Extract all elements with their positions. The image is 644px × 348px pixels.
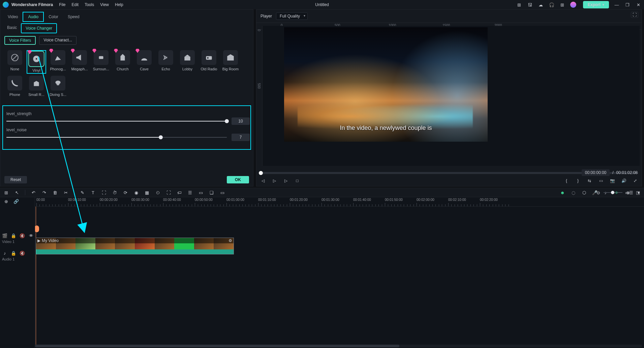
tag-icon[interactable]: 🏷 xyxy=(177,190,182,195)
timeline-body[interactable]: ▶My Video⚙ xyxy=(35,207,644,345)
filter-old-radio[interactable]: Old Radio xyxy=(199,50,219,74)
filter-phonograph[interactable]: Phonog... xyxy=(48,50,68,74)
menu-help[interactable]: Help xyxy=(115,2,123,7)
slider-level-noise[interactable]: level_noise 7 xyxy=(6,128,247,138)
filter-small-room[interactable]: Small R... xyxy=(27,76,46,97)
timer-icon[interactable]: ⏲ xyxy=(155,190,160,195)
crop-tool-icon[interactable]: ⛶ xyxy=(101,190,106,195)
next-frame-icon[interactable]: ▷ xyxy=(283,178,289,184)
list-view-icon[interactable]: ☰ xyxy=(628,190,634,195)
lock-icon[interactable]: 🔒 xyxy=(11,250,16,256)
player-viewport[interactable]: In the video, a newlywed couple is xyxy=(263,26,640,166)
window-minimize-icon[interactable]: — xyxy=(614,2,620,7)
timeline-ruler[interactable]: 00:0000:00:10:0000:00:20:0000:00:30:0000… xyxy=(35,197,644,207)
filter-diving-suit[interactable]: Diving S... xyxy=(48,76,68,97)
filter-big-room[interactable]: Big Room xyxy=(221,50,240,74)
cut-icon[interactable]: ✂ xyxy=(63,190,68,195)
cloud-icon[interactable]: ☁ xyxy=(538,2,544,7)
menu-view[interactable]: View xyxy=(100,2,109,7)
clip-fx-icon[interactable]: ⚙ xyxy=(228,238,232,243)
menu-edit[interactable]: Edit xyxy=(71,2,79,7)
time-current[interactable]: 00:00:00:00 xyxy=(582,169,610,176)
delete-icon[interactable]: 🗑 xyxy=(52,190,58,195)
subtab-basic[interactable]: Basic xyxy=(3,23,21,33)
ai-icon[interactable]: ☻ xyxy=(560,190,565,195)
filter-cave[interactable]: Cave xyxy=(134,50,154,74)
video-clip[interactable]: ▶My Video⚙ xyxy=(36,238,234,254)
filter-megaphone[interactable]: Megaph... xyxy=(70,50,89,74)
group-icon[interactable]: ▭ xyxy=(198,190,204,195)
render-icon[interactable]: ◌ xyxy=(571,190,576,195)
window-close-icon[interactable]: ✕ xyxy=(635,2,641,7)
compare-icon[interactable]: ⇆ xyxy=(586,178,592,184)
voice-changer-chips: Voice Filters Voice Charact... xyxy=(0,33,253,45)
fit-icon[interactable]: ⛶ xyxy=(166,190,171,195)
zoom-control[interactable]: ⊖ ⊕ xyxy=(595,190,631,195)
lock-icon[interactable]: 🔒 xyxy=(11,233,16,238)
pointer-tool-icon[interactable]: ↖ xyxy=(14,190,20,195)
multi-icon[interactable]: ❏ xyxy=(209,190,214,195)
select-tool-icon[interactable]: ⊞ xyxy=(3,190,9,195)
chip-voice-filters[interactable]: Voice Filters xyxy=(4,36,36,45)
headphones-icon[interactable]: 🎧 xyxy=(549,2,555,7)
filter-echo[interactable]: Echo xyxy=(156,50,176,74)
menu-file[interactable]: File xyxy=(59,2,65,7)
export-button[interactable]: Export▾ xyxy=(583,1,609,8)
range-marker[interactable] xyxy=(35,225,39,232)
fullscreen-icon[interactable]: ⤢ xyxy=(632,178,638,184)
filter-none[interactable]: None xyxy=(5,50,25,74)
prev-frame-icon[interactable]: ◁ xyxy=(260,178,266,184)
tab-speed[interactable]: Speed xyxy=(63,12,84,22)
bracket-out-icon[interactable]: } xyxy=(575,178,581,184)
link-icon[interactable]: 🔗 xyxy=(13,199,19,204)
ok-button[interactable]: OK xyxy=(227,176,249,183)
mute-icon[interactable]: 🔇 xyxy=(20,233,25,238)
filter-church[interactable]: Church xyxy=(113,50,132,74)
redo-icon[interactable]: ↷ xyxy=(41,190,47,195)
reset-button[interactable]: Reset xyxy=(4,176,27,183)
edit-tool-icon[interactable]: ✎ xyxy=(80,190,85,195)
eye-icon[interactable]: 👁 xyxy=(28,233,34,238)
zoom-slider[interactable] xyxy=(604,192,622,193)
window-maximize-icon[interactable]: ❐ xyxy=(624,2,631,7)
speed-tool-icon[interactable]: ⏱ xyxy=(112,190,117,195)
rotate-icon[interactable]: ⟳ xyxy=(123,190,128,195)
timeline-scrollbar[interactable] xyxy=(35,345,642,347)
volume-icon[interactable]: 🔊 xyxy=(621,178,627,184)
track-add-icon[interactable]: ⊕ xyxy=(3,199,9,204)
player-quality-dropdown[interactable]: Full Quality xyxy=(276,12,308,20)
snapshot-icon[interactable]: ⛶ xyxy=(631,12,638,18)
mute-icon[interactable]: 🔇 xyxy=(20,250,25,256)
tab-video[interactable]: Video xyxy=(3,12,23,22)
user-avatar[interactable] xyxy=(570,2,576,8)
device-icon[interactable]: ▭ xyxy=(220,190,225,195)
subtab-voice-changer[interactable]: Voice Changer xyxy=(21,23,57,33)
display-icon[interactable]: ▭ xyxy=(598,178,604,184)
slider-level-strength[interactable]: level_strength 10 xyxy=(6,111,247,121)
options-icon[interactable]: ▾ xyxy=(636,190,641,195)
apps-icon[interactable]: ⊞ xyxy=(559,2,565,7)
marker-icon[interactable]: ⬡ xyxy=(581,190,587,195)
filter-vinyl[interactable]: Vinyl xyxy=(27,50,46,74)
menu-tools[interactable]: Tools xyxy=(85,2,94,7)
slider-strength-value[interactable]: 10 xyxy=(232,117,250,125)
tab-audio[interactable]: Audio xyxy=(23,12,44,22)
filter-lobby[interactable]: Lobby xyxy=(178,50,197,74)
play-icon[interactable]: ▷ xyxy=(271,178,277,184)
chip-voice-characters[interactable]: Voice Charact... xyxy=(39,36,76,45)
camera-icon[interactable]: 📷 xyxy=(609,178,615,184)
stop-icon[interactable]: □ xyxy=(294,178,300,184)
bracket-in-icon[interactable]: { xyxy=(563,178,570,184)
tab-color[interactable]: Color xyxy=(44,12,63,22)
slider-noise-value[interactable]: 7 xyxy=(232,134,250,141)
filter-phone[interactable]: Phone xyxy=(5,76,25,97)
text-tool-icon[interactable]: T xyxy=(90,190,96,195)
zoom-out-icon[interactable]: ⊖ xyxy=(595,190,601,195)
mask-icon[interactable]: ▦ xyxy=(144,190,150,195)
sliders-icon[interactable]: ☰ xyxy=(187,190,193,195)
save-icon[interactable]: 🖫 xyxy=(527,2,533,7)
layout-icon[interactable]: ⊞ xyxy=(516,2,522,7)
filter-surround[interactable]: Surroun... xyxy=(91,50,111,74)
color-icon[interactable]: ◉ xyxy=(133,190,139,195)
undo-icon[interactable]: ↶ xyxy=(31,190,36,195)
